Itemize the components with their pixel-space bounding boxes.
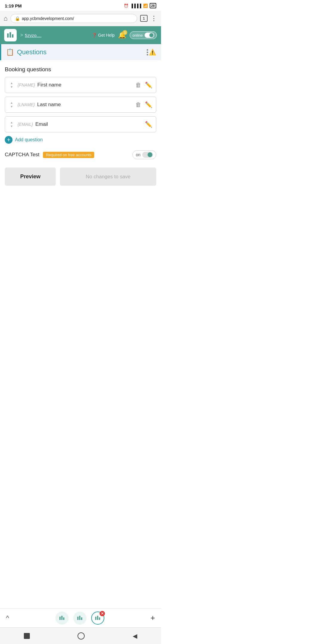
signal-icon: ▐▐▐▐ — [130, 4, 141, 8]
captcha-label: CAPTCHA Test — [5, 152, 39, 158]
url-text: app.ycbmdevelopment.com/ — [22, 16, 74, 21]
lock-icon: 🔒 — [15, 16, 20, 21]
drag-handle-lname[interactable]: ▲ ▼ — [9, 101, 15, 108]
question-tag-fname: {FNAME} — [18, 83, 35, 87]
question-tag-lname: {LNAME} — [18, 102, 35, 107]
svg-rect-2 — [12, 34, 13, 38]
svg-rect-1 — [10, 32, 11, 38]
delete-icon-fname[interactable]: 🗑 — [135, 82, 141, 89]
alarm-icon: ⏰ — [124, 4, 129, 8]
arrow-up-icon: ▲ — [10, 121, 13, 124]
page-header-left: 📋 Questions — [6, 48, 47, 56]
drag-handle-email[interactable]: ▲ ▼ — [9, 121, 15, 128]
tab-count[interactable]: 1 — [140, 15, 148, 22]
question-label-fname: {FNAME} First name — [18, 82, 132, 88]
battery-indicator: 28 — [150, 3, 156, 8]
captcha-toggle-circle — [148, 152, 152, 157]
page-title: Questions — [17, 48, 47, 56]
breadcrumb-text[interactable]: 5zvzo.... — [25, 33, 41, 38]
captcha-toggle-knob — [142, 152, 153, 158]
captcha-row: CAPTCHA Test Required on free accounts o… — [5, 150, 156, 159]
svg-rect-0 — [7, 33, 9, 38]
main-content: Booking questions ▲ ▼ {FNAME} First name… — [0, 60, 161, 192]
status-time: 1:19 PM — [5, 3, 22, 8]
row-actions-lname: 🗑 ✏️ — [135, 101, 152, 108]
help-button[interactable]: ❓ Get Help — [92, 33, 114, 38]
page-header: 📋 Questions ⚠️ — [0, 44, 161, 60]
logo-icon — [6, 31, 15, 39]
app-logo[interactable] — [4, 29, 17, 41]
delete-icon-lname[interactable]: 🗑 — [135, 101, 141, 108]
online-toggle-label: online — [132, 33, 143, 38]
question-row-fname: ▲ ▼ {FNAME} First name 🗑 ✏️ — [5, 77, 156, 93]
app-header: > 5zvzo.... ❓ Get Help 🔔 1 online — [0, 26, 161, 44]
edit-icon-email[interactable]: ✏️ — [145, 121, 152, 128]
row-actions-fname: 🗑 ✏️ — [135, 81, 152, 89]
dot-menu-icon — [147, 49, 148, 55]
browser-bar: ⌂ 🔒 app.ycbmdevelopment.com/ 1 ⋮ — [0, 11, 161, 26]
question-name-lname: Last name — [37, 102, 61, 108]
question-name-fname: First name — [37, 82, 61, 88]
arrow-down-icon: ▼ — [10, 105, 13, 108]
action-buttons: Preview No changes to save — [5, 168, 156, 186]
captcha-toggle[interactable]: on — [132, 150, 156, 159]
question-label-lname: {LNAME} Last name — [18, 102, 132, 108]
help-label: Get Help — [98, 33, 114, 38]
edit-icon-lname[interactable]: ✏️ — [145, 101, 152, 108]
captcha-toggle-label: on — [136, 152, 140, 157]
preview-button[interactable]: Preview — [5, 168, 56, 186]
page-menu-button[interactable]: ⚠️ — [147, 49, 156, 56]
chevron-right-icon: > — [20, 32, 23, 38]
question-name-email: Email — [35, 121, 48, 127]
edit-icon-fname[interactable]: ✏️ — [145, 81, 152, 89]
questions-icon: 📋 — [6, 48, 14, 56]
drag-handle-fname[interactable]: ▲ ▼ — [9, 82, 15, 89]
warning-icon: ⚠️ — [149, 49, 156, 56]
arrow-up-icon: ▲ — [10, 101, 13, 104]
question-label-email: {EMAIL} Email — [18, 121, 142, 127]
arrow-down-icon: ▼ — [10, 86, 13, 89]
save-button: No changes to save — [60, 168, 156, 186]
toggle-circle — [149, 33, 154, 37]
browser-menu-icon[interactable]: ⋮ — [151, 15, 157, 22]
url-bar[interactable]: 🔒 app.ycbmdevelopment.com/ — [10, 14, 137, 23]
question-tag-email: {EMAIL} — [18, 122, 33, 127]
row-actions-email: ✏️ — [145, 121, 152, 128]
question-row-lname: ▲ ▼ {LNAME} Last name 🗑 ✏️ — [5, 97, 156, 113]
status-icons: ⏰ ▐▐▐▐ 📶 28 — [124, 3, 156, 8]
add-question-label: Add question — [15, 137, 43, 143]
captcha-badge: Required on free accounts — [43, 152, 94, 158]
add-question-button[interactable]: + Add question — [5, 136, 156, 144]
online-toggle[interactable]: online — [130, 31, 157, 39]
home-icon[interactable]: ⌂ — [4, 15, 7, 22]
arrow-down-icon: ▼ — [10, 125, 13, 128]
status-bar: 1:19 PM ⏰ ▐▐▐▐ 📶 28 — [0, 0, 161, 11]
wifi-icon: 📶 — [143, 4, 148, 8]
question-icon: ❓ — [92, 33, 97, 38]
breadcrumb: > 5zvzo.... — [20, 32, 88, 38]
section-title: Booking questions — [5, 66, 156, 73]
question-row-email: ▲ ▼ {EMAIL} Email ✏️ — [5, 116, 156, 132]
notification-bell[interactable]: 🔔 1 — [118, 31, 126, 39]
notification-badge: 1 — [123, 30, 127, 35]
add-circle-icon: + — [5, 136, 13, 144]
arrow-up-icon: ▲ — [10, 82, 13, 85]
toggle-knob — [145, 32, 154, 38]
